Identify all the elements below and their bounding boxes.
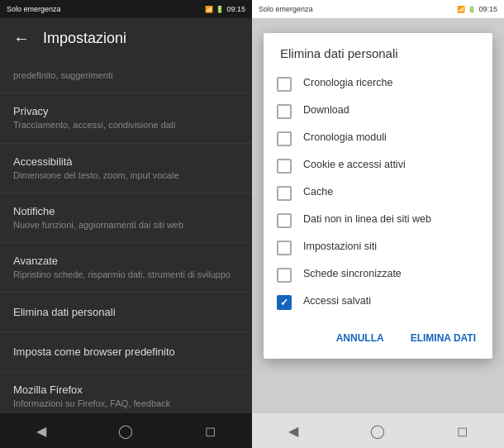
checkbox-item[interactable]: Cookie e accessi attivi xyxy=(264,152,492,179)
list-item-notifications[interactable]: Notifiche Nuove funzioni, aggiornamenti … xyxy=(0,193,252,243)
item-subtitle: Dimensione del testo, zoom, input vocale xyxy=(13,169,239,181)
dialog-actions: ANNULLA ELIMINA DATI xyxy=(264,322,492,359)
checkbox-5[interactable] xyxy=(277,213,292,228)
checkbox-label-3: Cookie e accessi attivi xyxy=(303,158,406,173)
checkbox-0[interactable] xyxy=(277,77,292,92)
status-icons-right: 📶 🔋 09:15 xyxy=(457,5,497,13)
battery-icon-right: 🔋 xyxy=(468,6,476,13)
status-icons-left: 📶 🔋 09:15 xyxy=(205,5,245,13)
checkbox-label-6: Impostazioni siti xyxy=(303,240,377,255)
item-title: Privacy xyxy=(13,105,239,117)
item-subtitle: predefinito, suggerimenti xyxy=(13,69,239,81)
item-title: Accessibilità xyxy=(13,155,239,168)
checkbox-label-1: Download xyxy=(303,103,349,118)
signal-icon: 📶 xyxy=(205,6,213,13)
item-subtitle: Informazioni su Firefox, FAQ, feedback xyxy=(13,398,239,409)
dialog-panel: Elimina dati personali Cronologia ricerc… xyxy=(252,0,504,448)
recents-nav-icon[interactable]: ◻ xyxy=(205,423,216,439)
checkbox-label-5: Dati non in linea dei siti web xyxy=(303,212,431,227)
checkbox-item[interactable]: Dati non in linea dei siti web xyxy=(264,207,492,234)
wifi-icon: 🔋 xyxy=(216,6,224,13)
nav-bar-left: ◀ ◯ ◻ xyxy=(0,413,252,448)
item-subtitle: Ripristino schede, risparmio dati, strum… xyxy=(13,269,239,280)
time-right: 09:15 xyxy=(478,5,497,13)
home-nav-icon-right[interactable]: ◯ xyxy=(370,423,385,439)
checkbox-item[interactable]: Cronologia ricerche xyxy=(264,70,492,98)
list-item-accessibility[interactable]: Accessibilità Dimensione del testo, zoom… xyxy=(0,144,252,193)
checkbox-label-7: Schede sincronizzate xyxy=(303,267,402,282)
checkbox-item[interactable]: Cronologia moduli xyxy=(264,125,492,152)
settings-list: predefinito, suggerimenti Privacy Tracci… xyxy=(0,58,252,413)
settings-panel: ← Impostazioni predefinito, suggerimenti… xyxy=(0,0,252,448)
checkbox-1[interactable] xyxy=(277,104,292,119)
list-item-advanced[interactable]: Avanzate Ripristino schede, risparmio da… xyxy=(0,243,252,293)
item-title: Mozilla Firefox xyxy=(13,384,239,396)
home-nav-icon[interactable]: ◯ xyxy=(118,423,133,439)
time-left: 09:15 xyxy=(226,5,245,13)
signal-icon-right: 📶 xyxy=(457,6,465,13)
checkbox-item[interactable]: Schede sincronizzate xyxy=(264,261,492,288)
checkbox-item[interactable]: Impostazioni siti xyxy=(264,234,492,261)
delete-data-dialog: Elimina dati personali Cronologia ricerc… xyxy=(264,33,492,359)
list-item[interactable]: predefinito, suggerimenti xyxy=(0,58,252,93)
emergency-text-right: Solo emergenza xyxy=(259,5,313,13)
list-item-delete-data[interactable]: Elimina dati personali xyxy=(0,293,252,332)
item-title: Imposta come browser predefinito xyxy=(13,346,239,358)
checkbox-label-2: Cronologia moduli xyxy=(303,131,387,145)
item-title: Elimina dati personali xyxy=(13,306,239,318)
checkbox-3[interactable] xyxy=(277,159,292,174)
status-bar-right: Solo emergenza 📶 🔋 09:15 xyxy=(252,0,504,18)
checkbox-4[interactable] xyxy=(277,186,292,201)
back-nav-icon-right[interactable]: ◀ xyxy=(288,423,298,439)
item-title: Avanzate xyxy=(13,255,239,267)
checkbox-item[interactable]: Cache xyxy=(264,179,492,207)
checkbox-label-8: Accessi salvati xyxy=(303,294,371,309)
status-bar-left: Solo emergenza 📶 🔋 09:15 xyxy=(0,0,252,18)
list-item-privacy[interactable]: Privacy Tracciamento, accessi, condivisi… xyxy=(0,93,252,143)
checkbox-7[interactable] xyxy=(277,268,292,283)
back-button[interactable]: ← xyxy=(13,29,30,48)
item-subtitle: Tracciamento, accessi, condivisione dati xyxy=(13,119,239,131)
checkbox-item[interactable]: Download xyxy=(264,98,492,125)
item-title: Notifiche xyxy=(13,205,239,217)
item-subtitle: Nuove funzioni, aggiornamenti dai siti w… xyxy=(13,219,239,231)
checkbox-8[interactable] xyxy=(277,295,292,310)
recents-nav-icon-right[interactable]: ◻ xyxy=(457,423,468,439)
cancel-button[interactable]: ANNULLA xyxy=(326,326,394,350)
list-item-default-browser[interactable]: Imposta come browser predefinito xyxy=(0,332,252,372)
toolbar-title: Impostazioni xyxy=(43,30,126,47)
emergency-text-left: Solo emergenza xyxy=(7,5,61,13)
dialog-title: Elimina dati personali xyxy=(264,33,492,70)
checkbox-label-0: Cronologia ricerche xyxy=(303,76,392,91)
toolbar: ← Impostazioni xyxy=(0,18,252,58)
nav-bar-right: ◀ ◯ ◻ xyxy=(252,413,504,448)
checkbox-6[interactable] xyxy=(277,241,292,255)
checkbox-label-4: Cache xyxy=(303,185,333,200)
checkbox-item[interactable]: Accessi salvati xyxy=(264,288,492,316)
back-nav-icon[interactable]: ◀ xyxy=(36,423,46,439)
delete-button[interactable]: ELIMINA DATI xyxy=(401,326,486,350)
checkbox-2[interactable] xyxy=(277,131,292,146)
list-item-firefox[interactable]: Mozilla Firefox Informazioni su Firefox,… xyxy=(0,372,252,413)
dialog-content: Cronologia ricercheDownloadCronologia mo… xyxy=(264,70,492,322)
